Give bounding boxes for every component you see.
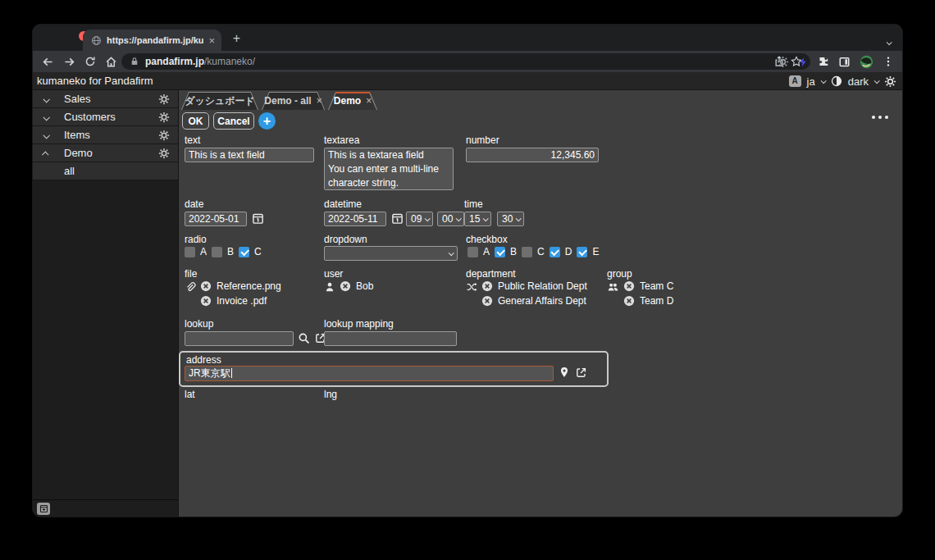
close-tab-icon[interactable]: × (317, 95, 322, 107)
browser-menu-icon[interactable] (883, 56, 894, 67)
home-icon[interactable] (105, 56, 117, 68)
extensions-puzzle-icon[interactable] (818, 56, 829, 67)
number-input[interactable] (466, 148, 599, 162)
close-tab-icon[interactable]: × (366, 95, 372, 107)
url-text[interactable]: pandafirm.jp/kumaneko/ (145, 56, 768, 67)
textarea-input[interactable]: This is a textarea field You can enter a… (324, 148, 454, 190)
radio-option-a[interactable] (185, 247, 195, 257)
checkbox-option-b[interactable] (495, 247, 505, 257)
lightning-extension-icon[interactable] (798, 57, 809, 67)
checkbox-option-e[interactable] (577, 247, 587, 257)
new-tab-button[interactable]: + (230, 32, 244, 46)
text-input[interactable] (185, 148, 314, 162)
number-field-label: number (466, 134, 499, 146)
checkbox-option-d[interactable] (550, 247, 560, 257)
ok-button[interactable]: OK (182, 112, 209, 130)
remove-department-icon[interactable] (481, 295, 493, 307)
language-chevron-icon[interactable] (820, 78, 826, 84)
remove-file-icon[interactable] (200, 280, 212, 292)
file-field-label: file (185, 268, 197, 280)
calendar-icon[interactable] (252, 212, 264, 225)
remove-department-icon[interactable] (481, 280, 493, 292)
cancel-button[interactable]: Cancel (213, 112, 254, 130)
sidebar-item-sales[interactable]: Sales (33, 90, 178, 108)
chevron-down-icon[interactable] (43, 111, 48, 123)
sidebar-item-demo-all[interactable]: all (33, 162, 178, 180)
theme-select[interactable]: dark (848, 75, 869, 88)
sidebar-item-demo[interactable]: Demo (33, 144, 178, 162)
add-record-button[interactable]: + (258, 112, 276, 130)
lookup-field-label: lookup (185, 318, 213, 330)
checkbox-option-c[interactable] (522, 247, 532, 257)
calendar-icon[interactable] (391, 212, 404, 225)
remove-group-icon[interactable] (623, 295, 635, 307)
theme-chevron-icon[interactable] (874, 78, 880, 84)
group-item: Team D (623, 295, 673, 306)
language-select[interactable]: ja (807, 75, 815, 88)
user-icon[interactable] (324, 281, 335, 293)
address-field-label: address (186, 354, 221, 366)
add-app-icon[interactable] (37, 503, 50, 515)
time-minute-select[interactable]: 30 (497, 212, 524, 226)
tab-demo-all[interactable]: Demo - all× (262, 92, 325, 110)
chevron-down-icon[interactable] (43, 93, 48, 105)
main-content: ダッシュボード Demo - all× Demo× OK Cancel + te… (179, 90, 902, 517)
back-icon[interactable] (42, 56, 54, 68)
forward-icon[interactable] (63, 56, 75, 68)
app-settings-gear-icon[interactable] (158, 130, 170, 141)
extension-gear-icon[interactable] (777, 56, 789, 68)
browser-tab[interactable]: https://pandafirm.jp/kumaneko × (83, 30, 221, 51)
sidebar-item-customers[interactable]: Customers (33, 108, 178, 126)
settings-gear-icon[interactable] (884, 75, 896, 88)
text-field-label: text (185, 134, 200, 146)
browser-toolbar: pandafirm.jp/kumaneko/ (33, 51, 902, 72)
app-settings-gear-icon[interactable] (158, 93, 170, 105)
department-icon[interactable] (466, 281, 477, 306)
group-field: Team C Team D (607, 280, 673, 306)
paperclip-icon[interactable] (185, 281, 196, 306)
more-options-icon[interactable] (872, 116, 888, 119)
remove-group-icon[interactable] (623, 280, 635, 292)
department-field: Public Relation Dept General Affairs Dep… (466, 280, 587, 306)
tab-search-chevron-icon[interactable] (887, 34, 891, 48)
app-settings-gear-icon[interactable] (158, 112, 170, 123)
profile-avatar[interactable] (860, 55, 873, 69)
time-field-label: time (464, 198, 483, 210)
dropdown-select[interactable] (324, 246, 458, 261)
lookup-mapping-input[interactable] (324, 331, 457, 346)
remove-user-icon[interactable] (340, 280, 351, 292)
side-panel-icon[interactable] (838, 56, 851, 68)
lookup-mapping-field-label: lookup mapping (324, 318, 394, 330)
textarea-label: textarea (324, 134, 359, 146)
sidebar-item-items[interactable]: Items (33, 126, 178, 144)
date-input[interactable] (185, 212, 247, 226)
browser-tab-close-icon[interactable]: × (208, 35, 215, 46)
checkbox-field-label: checkbox (466, 234, 508, 245)
app-settings-gear-icon[interactable] (158, 148, 170, 159)
remove-file-icon[interactable] (200, 295, 212, 307)
url-bar[interactable]: pandafirm.jp/kumaneko/ (121, 53, 810, 70)
group-item: Team C (623, 280, 673, 291)
text-caret (231, 368, 232, 378)
tab-dashboard[interactable]: ダッシュボード (181, 92, 258, 110)
datetime-minute-select[interactable]: 00 (437, 212, 464, 226)
file-item: Invoice .pdf (200, 295, 281, 306)
department-field-label: department (466, 268, 516, 280)
radio-option-c[interactable] (239, 247, 249, 257)
open-map-external-icon[interactable] (575, 367, 587, 379)
checkbox-option-a[interactable] (468, 247, 478, 257)
chevron-down-icon[interactable] (43, 129, 48, 141)
search-icon[interactable] (298, 332, 310, 344)
radio-option-b[interactable] (212, 247, 222, 257)
map-pin-icon[interactable] (559, 367, 570, 378)
lookup-input[interactable] (185, 331, 294, 346)
group-icon[interactable] (607, 281, 619, 306)
time-hour-select[interactable]: 15 (464, 212, 491, 226)
datetime-date-input[interactable] (324, 212, 386, 226)
datetime-hour-select[interactable]: 09 (406, 212, 433, 226)
chevron-up-icon[interactable] (43, 147, 48, 159)
address-input[interactable]: JR東京駅 (185, 366, 554, 381)
browser-window: https://pandafirm.jp/kumaneko × + pandaf… (33, 25, 902, 517)
tab-demo[interactable]: Demo× (328, 92, 377, 110)
reload-icon[interactable] (84, 56, 96, 67)
